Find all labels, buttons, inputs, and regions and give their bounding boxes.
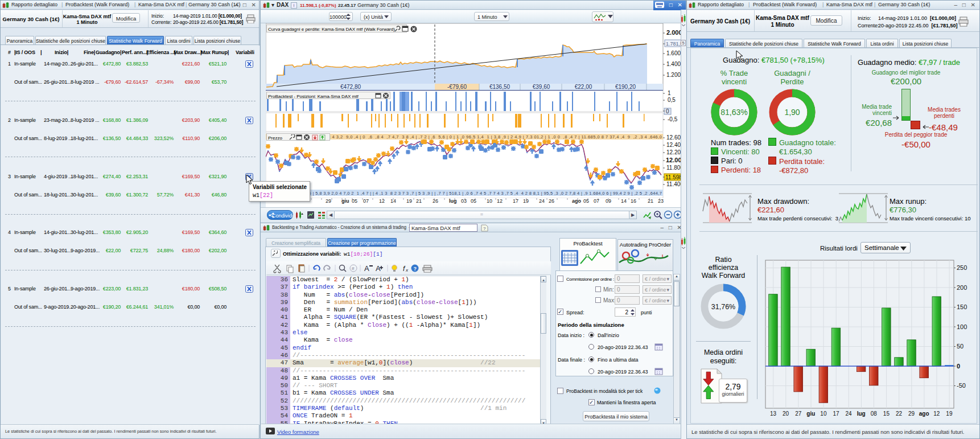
- svg-text:ago: ago: [919, 411, 929, 417]
- svg-text:-0,5: -0,5: [668, 116, 678, 122]
- svg-text:?: ?: [483, 226, 486, 231]
- svg-text:2,3 118,5 | 5,8 3,9 2,0 4 7,0: 2,3 118,5 | 5,8 3,9 2,0 4 7,0 2 1 ,4 7 |…: [292, 191, 662, 196]
- svg-text:10: 10: [820, 411, 827, 417]
- svg-text:-50: -50: [957, 382, 966, 389]
- svg-text:19: 19: [946, 411, 953, 417]
- svg-text:0: 0: [957, 363, 960, 370]
- svg-text:A: A: [364, 264, 369, 273]
- svg-text:250: 250: [957, 264, 967, 271]
- svg-text:1.200: 1.200: [666, 72, 681, 78]
- svg-text:1.400: 1.400: [666, 61, 681, 67]
- svg-text:4 9,5 | 32,7 | 4,8 | 4 3,2 9,: 4 9,5 | 32,7 | 4,8 | 4 3,2 9,0 ,4 | 0 ,6…: [292, 134, 662, 140]
- svg-text:0,5: 0,5: [668, 97, 676, 103]
- svg-text:200: 200: [957, 284, 967, 291]
- svg-text:15: 15: [883, 411, 890, 417]
- svg-text:?: ?: [414, 266, 417, 272]
- svg-text:€22,00: €22,00: [575, 84, 592, 90]
- svg-text:27: 27: [795, 411, 802, 417]
- svg-text:22: 22: [896, 411, 903, 417]
- svg-text:1,90: 1,90: [784, 108, 800, 117]
- svg-text:08: 08: [871, 411, 878, 417]
- svg-text:1.600: 1.600: [666, 50, 681, 56]
- svg-text:29: 29: [908, 411, 915, 417]
- svg-text:2.000: 2.000: [666, 29, 682, 36]
- svg-text:€190,20: €190,20: [615, 84, 636, 90]
- svg-text:x: x: [405, 268, 409, 273]
- svg-text:#: #: [352, 266, 355, 271]
- svg-text:17: 17: [833, 411, 839, 417]
- svg-text:20: 20: [783, 411, 789, 417]
- svg-text:€39,60: €39,60: [533, 84, 550, 90]
- svg-text:100: 100: [957, 323, 967, 330]
- svg-text:13: 13: [770, 411, 777, 417]
- svg-text:12: 12: [933, 411, 940, 417]
- svg-text:31,76%: 31,76%: [711, 303, 735, 311]
- svg-text:€472,80: €472,80: [340, 84, 361, 90]
- svg-text:50: 50: [957, 343, 963, 350]
- svg-text:81,63%: 81,63%: [720, 108, 747, 117]
- svg-text:150: 150: [957, 303, 967, 310]
- svg-text:A: A: [376, 264, 381, 273]
- svg-text:lug: lug: [857, 411, 866, 417]
- svg-text:1: 1: [668, 91, 671, 96]
- svg-text:0: 0: [666, 108, 669, 114]
- svg-text:-€79,60: -€79,60: [447, 84, 467, 90]
- svg-text:giu: giu: [806, 411, 815, 417]
- svg-text:24: 24: [846, 411, 853, 417]
- svg-text:€136,50: €136,50: [489, 84, 510, 90]
